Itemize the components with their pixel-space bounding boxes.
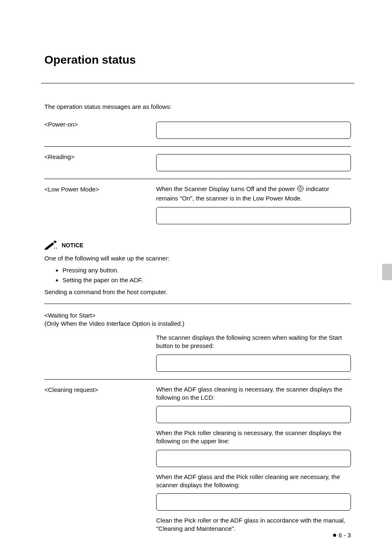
- cleaning-desc3: When the ADF glass and the Pick roller c…: [156, 473, 351, 490]
- display-box-reading: [156, 154, 351, 171]
- page-bullet-icon: ●: [332, 531, 337, 539]
- waiting-desc: The scanner displays the following scree…: [156, 334, 351, 350]
- low-power-desc-pre: When the Scanner Display turns Off and t…: [156, 185, 297, 192]
- notice-line1: One of the following will wake up the sc…: [44, 254, 351, 263]
- power-on-label: <Power-on>: [44, 120, 156, 128]
- low-power-desc: When the Scanner Display turns Off and t…: [156, 185, 351, 203]
- notice-list: Pressing any button. Setting the paper o…: [44, 265, 351, 285]
- notice-pencil-icon: [44, 241, 58, 250]
- low-power-label: <Low Power Mode>: [44, 185, 156, 193]
- page-number: ● 6 - 3: [332, 531, 351, 539]
- reading-label: <Reading>: [44, 152, 156, 160]
- notice-item-1: Pressing any button.: [62, 265, 351, 275]
- title-rule: [41, 83, 354, 83]
- display-box-clean-2: [156, 450, 351, 467]
- row-reading: <Reading>: [44, 152, 351, 179]
- cleaning-desc2: When the Pick roller cleaning is necessa…: [156, 429, 351, 446]
- display-box-clean-3: [156, 493, 351, 511]
- display-box-clean-1: [156, 406, 351, 423]
- page-number-text: 6 - 3: [339, 532, 351, 539]
- page-title: Operation status: [44, 53, 351, 67]
- cleaning-label: <Cleaning request>: [44, 385, 156, 393]
- cleaning-desc4: Clean the Pick roller or the ADF glass i…: [156, 516, 351, 533]
- row-waiting: The scanner displays the following scree…: [44, 334, 351, 380]
- waiting-title: <Waiting for Start>: [44, 312, 96, 319]
- svg-point-2: [56, 247, 57, 248]
- power-indicator-icon: [297, 185, 304, 194]
- waiting-header: <Waiting for Start> (Only When the Video…: [44, 311, 351, 328]
- display-box-waiting: [156, 355, 351, 372]
- notice-line2: Sending a command from the host computer…: [44, 288, 351, 297]
- cleaning-desc1: When the ADF glass cleaning is necessary…: [156, 385, 351, 402]
- notice-block: NOTICE One of the following will wake up…: [44, 241, 351, 297]
- row-cleaning: <Cleaning request> When the ADF glass cl…: [44, 385, 351, 541]
- row-low-power: <Low Power Mode> When the Scanner Displa…: [44, 185, 351, 232]
- notice-label: NOTICE: [62, 242, 83, 249]
- notice-item-2: Setting the paper on the ADF.: [62, 275, 351, 285]
- svg-point-3: [54, 247, 55, 248]
- intro-text: The operation status messages are as fol…: [44, 103, 351, 110]
- side-tab: [382, 264, 392, 280]
- waiting-subtitle: (Only When the Video Interface Option is…: [44, 320, 184, 327]
- display-box-power-on: [156, 122, 351, 139]
- row-power-on: <Power-on>: [44, 120, 351, 147]
- display-box-low-power: [156, 207, 351, 224]
- section-rule-1: [44, 304, 351, 304]
